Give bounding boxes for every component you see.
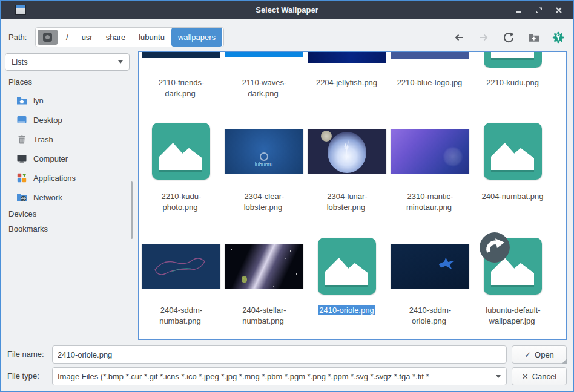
- network-folder-icon: [16, 191, 28, 203]
- gear-wrench-icon: [551, 30, 566, 45]
- file-name-label: 2404-sddm- numbat.png: [139, 305, 222, 327]
- file-name-label: 2210-kudu- photo.png: [139, 191, 222, 213]
- new-folder-button[interactable]: [526, 30, 541, 45]
- sidebar-item-network[interactable]: Network: [5, 188, 130, 207]
- desktop-icon: [16, 114, 28, 126]
- sidebar-item-label: Desktop: [33, 116, 62, 125]
- file-type-field-label: File type:: [7, 367, 39, 385]
- back-arrow-icon: [453, 31, 465, 44]
- sidebar-item-lyn[interactable]: lyn: [5, 91, 130, 110]
- devices-header: Devices: [8, 209, 36, 218]
- file-name-label: lubuntu-default- wallpaper.jpg: [471, 305, 554, 327]
- thumbnail: lubuntu: [222, 121, 305, 181]
- breadcrumb: / usr share lubuntu wallpapers: [35, 27, 224, 47]
- minimize-button[interactable]: [513, 5, 524, 16]
- file-name-label: 2304-lunar- lobster.png: [305, 191, 388, 213]
- sidebar-item-label: lyn: [33, 96, 44, 105]
- file-name-label: 2410-oriole.png: [305, 305, 388, 316]
- file-list-view[interactable]: 2110-friends- dark.png 2110-waves- dark.…: [138, 51, 567, 340]
- thumbnail: [471, 236, 554, 296]
- thumbnail: [142, 52, 220, 58]
- minimize-icon: [515, 7, 523, 14]
- select-wallpaper-dialog: Select Wallpaper Path: / usr: [0, 0, 574, 392]
- file-name-label: 2310-mantic- minotaur.png: [388, 191, 471, 213]
- applications-icon: [16, 172, 28, 184]
- thumbnail: [305, 236, 388, 296]
- breadcrumb-usr[interactable]: usr: [75, 28, 99, 47]
- file-type-value: Image Files (*.bmp *.cur *.gif *.icns *.…: [58, 372, 429, 381]
- breadcrumb-root[interactable]: /: [59, 28, 75, 47]
- sidebar-scrollbar[interactable]: [131, 181, 133, 239]
- thumbnail: [308, 52, 386, 63]
- sidebar-item-label: Network: [33, 193, 62, 202]
- file-name-label: 2204-jellyfish.png: [305, 77, 388, 88]
- symlink-emblem-icon: [479, 232, 510, 263]
- file-name-label: 2304-clear- lobster.png: [222, 191, 305, 213]
- thumbnail: [222, 236, 305, 296]
- maximize-button[interactable]: [533, 5, 544, 16]
- thumbnail: [471, 121, 554, 181]
- sidebar-item-label: Computer: [33, 154, 68, 163]
- thumbnail: [391, 52, 469, 59]
- sidebar-item-trash[interactable]: Trash: [5, 129, 130, 149]
- size-grip[interactable]: [561, 359, 567, 364]
- home-folder-icon: [16, 94, 28, 106]
- thumbnail: [225, 52, 303, 57]
- view-mode-value: Lists: [12, 57, 28, 67]
- path-label: Path:: [8, 27, 27, 47]
- forward-button[interactable]: [477, 30, 491, 45]
- file-name-label: 2110-waves- dark.png: [222, 77, 305, 99]
- file-name-label: 2404-numbat.png: [471, 191, 554, 202]
- sidebar-item-label: Applications: [33, 174, 76, 183]
- trash-icon: [16, 133, 28, 145]
- file-name-field-label: File name:: [7, 345, 44, 364]
- x-icon: ✕: [522, 372, 529, 381]
- lubuntu-tools-button[interactable]: [551, 30, 566, 45]
- close-icon: [555, 7, 562, 14]
- thumbnail: [388, 121, 471, 181]
- maximize-icon: [535, 7, 543, 14]
- cancel-button[interactable]: ✕ Cancel: [512, 367, 567, 385]
- window-title: Select Wallpaper: [1, 1, 573, 19]
- file-item[interactable]: 2204-jellyfish.png: [305, 52, 388, 63]
- file-item[interactable]: 2210-blue-logo.jpg: [388, 52, 471, 59]
- thumbnail: [139, 121, 222, 181]
- open-button[interactable]: ✓ Open: [512, 345, 567, 364]
- close-button[interactable]: [553, 5, 564, 16]
- file-item[interactable]: 2210-kudu.png: [471, 52, 554, 68]
- file-name-label: 2210-kudu.png: [471, 77, 554, 88]
- computer-icon: [16, 152, 28, 165]
- drive-icon: [43, 33, 52, 42]
- breadcrumb-share[interactable]: share: [99, 28, 133, 47]
- file-name-input[interactable]: [52, 345, 507, 364]
- sidebar-item-applications[interactable]: Applications: [5, 168, 130, 188]
- file-name-label: 2110-friends- dark.png: [139, 77, 222, 99]
- titlebar[interactable]: Select Wallpaper: [1, 1, 573, 19]
- thumbnail: [388, 236, 471, 296]
- view-mode-dropdown[interactable]: Lists: [5, 53, 130, 71]
- thumbnail: [139, 236, 222, 296]
- file-name-label: 2404-stellar- numbat.png: [222, 305, 305, 327]
- drive-root-button[interactable]: [38, 30, 58, 45]
- new-folder-icon: [527, 31, 540, 44]
- thumbnail: [484, 52, 542, 68]
- file-name-label: 2410-sddm- oriole.png: [388, 305, 471, 327]
- forward-arrow-icon: [478, 31, 490, 44]
- places-header: Places: [8, 77, 32, 87]
- breadcrumb-lubuntu[interactable]: lubuntu: [132, 28, 171, 47]
- bookmarks-header: Bookmarks: [8, 224, 48, 234]
- refresh-icon: [503, 31, 515, 44]
- refresh-button[interactable]: [501, 30, 516, 45]
- file-item[interactable]: 2110-friends- dark.png: [139, 52, 222, 58]
- sidebar-item-desktop[interactable]: Desktop: [5, 110, 130, 129]
- file-type-dropdown[interactable]: Image Files (*.bmp *.cur *.gif *.icns *.…: [52, 367, 507, 385]
- sidebar-item-label: Trash: [33, 135, 53, 144]
- check-icon: ✓: [524, 350, 531, 359]
- sidebar-item-computer[interactable]: Computer: [5, 149, 130, 168]
- breadcrumb-wallpapers[interactable]: wallpapers: [171, 28, 222, 47]
- chevron-down-icon: [496, 375, 501, 378]
- file-item[interactable]: 2110-waves- dark.png: [222, 52, 305, 57]
- back-button[interactable]: [452, 30, 466, 45]
- chevron-down-icon: [118, 60, 123, 64]
- thumbnail: [305, 121, 388, 181]
